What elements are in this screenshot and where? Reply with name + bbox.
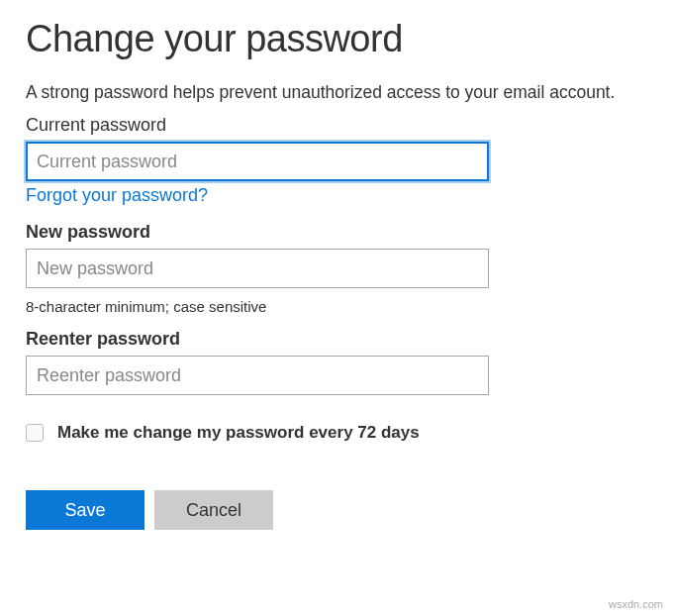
new-password-label: New password bbox=[26, 222, 647, 243]
new-password-hint: 8-character minimum; case sensitive bbox=[26, 298, 647, 315]
current-password-group: Current password Forgot your password? bbox=[26, 115, 647, 206]
cancel-button[interactable]: Cancel bbox=[154, 490, 273, 530]
current-password-label: Current password bbox=[26, 115, 647, 136]
button-row: Save Cancel bbox=[26, 490, 647, 530]
new-password-group: New password 8-character minimum; case s… bbox=[26, 222, 647, 315]
page-title: Change your password bbox=[26, 18, 647, 60]
description-text: A strong password helps prevent unauthor… bbox=[26, 82, 647, 103]
reenter-password-input[interactable] bbox=[26, 356, 489, 395]
watermark-text: wsxdn.com bbox=[609, 598, 663, 610]
reenter-password-group: Reenter password bbox=[26, 329, 647, 395]
change-every-72-label: Make me change my password every 72 days bbox=[57, 423, 420, 443]
new-password-input[interactable] bbox=[26, 249, 489, 288]
save-button[interactable]: Save bbox=[26, 490, 144, 530]
change-every-72-checkbox[interactable] bbox=[26, 424, 44, 442]
change-every-72-row: Make me change my password every 72 days bbox=[26, 423, 647, 443]
current-password-input[interactable] bbox=[26, 142, 489, 181]
reenter-password-label: Reenter password bbox=[26, 329, 647, 350]
forgot-password-link[interactable]: Forgot your password? bbox=[26, 185, 208, 206]
